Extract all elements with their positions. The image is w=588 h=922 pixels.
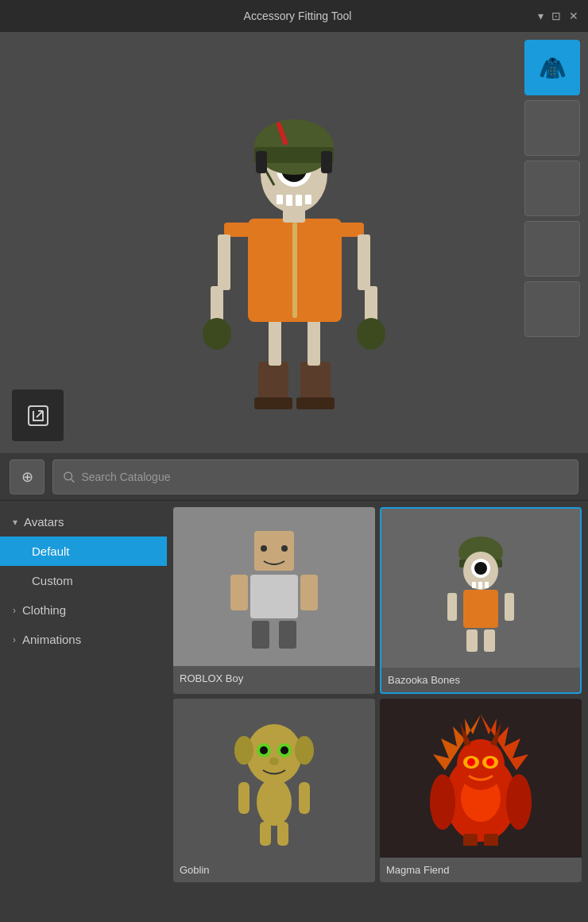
svg-rect-71 [260, 822, 271, 846]
jacket-icon: 🧥 [539, 55, 567, 81]
svg-rect-59 [484, 630, 495, 652]
svg-rect-31 [321, 151, 332, 173]
slot-4[interactable] [524, 221, 580, 277]
avatar-card-magma-fiend[interactable]: Magma Fiend [380, 699, 582, 882]
slot-panel: 🧥 [524, 40, 580, 337]
character-display [0, 32, 588, 453]
viewport: 🧥 [0, 32, 588, 453]
slot-2[interactable] [524, 100, 580, 156]
svg-rect-56 [447, 593, 457, 621]
svg-rect-43 [230, 575, 248, 610]
sidebar-clothing-label: Clothing [22, 603, 66, 617]
svg-rect-9 [292, 223, 297, 318]
sidebar-item-animations[interactable]: › Animations [0, 625, 167, 654]
svg-rect-42 [250, 575, 298, 618]
magma-fiend-label: Magma Fiend [380, 858, 582, 882]
svg-rect-57 [505, 593, 514, 621]
bazooka-bones-label: Bazooka Bones [381, 668, 580, 692]
sidebar-item-avatars[interactable]: ▾ Avatars [0, 507, 167, 537]
svg-point-62 [295, 736, 314, 765]
slot-3[interactable] [524, 161, 580, 216]
svg-point-51 [474, 562, 487, 575]
svg-point-67 [269, 757, 279, 765]
sidebar-avatars-label: Avatars [24, 515, 64, 529]
svg-rect-72 [277, 822, 288, 846]
svg-line-38 [72, 478, 75, 482]
sidebar-item-clothing[interactable]: › Clothing [0, 595, 167, 625]
avatar-card-roblox-boy[interactable]: ROBLOX Boy [173, 507, 375, 694]
svg-rect-54 [485, 582, 489, 588]
goblin-svg [226, 711, 322, 846]
avatar-card-img-roblox-boy [173, 507, 375, 666]
avatars-chevron-icon: ▾ [13, 517, 17, 528]
search-input[interactable] [81, 471, 568, 483]
slot-5[interactable] [524, 281, 580, 337]
character-svg [183, 52, 405, 433]
sidebar-item-custom[interactable]: Custom [0, 566, 167, 595]
avatar-card-img-magma-fiend [380, 699, 582, 858]
svg-point-17 [357, 318, 385, 350]
window-controls[interactable]: ▾ ⊡ ✕ [538, 10, 578, 22]
svg-rect-24 [286, 195, 292, 206]
svg-point-13 [203, 318, 231, 350]
sidebar-item-default[interactable]: Default [0, 537, 167, 566]
bazooka-bones-svg [433, 525, 528, 652]
svg-rect-52 [472, 582, 476, 588]
svg-rect-70 [299, 782, 310, 814]
minimize-icon[interactable]: ▾ [538, 10, 544, 22]
roblox-boy-label: ROBLOX Boy [173, 666, 375, 691]
svg-point-37 [64, 472, 72, 480]
plus-icon: ⊕ [21, 468, 33, 486]
app-title: Accessory Fitting Tool [57, 10, 538, 22]
titlebar: Accessory Fitting Tool ▾ ⊡ ✕ [0, 0, 588, 32]
svg-point-82 [467, 758, 475, 766]
svg-point-60 [246, 724, 302, 784]
search-icon [63, 471, 75, 483]
animations-chevron-icon: › [13, 634, 16, 645]
svg-rect-11 [218, 234, 230, 290]
roblox-boy-svg [226, 523, 322, 650]
svg-rect-86 [463, 834, 478, 846]
close-icon[interactable]: ✕ [569, 10, 578, 22]
svg-rect-3 [254, 397, 292, 409]
add-button[interactable]: ⊕ [10, 459, 44, 494]
svg-rect-4 [296, 397, 335, 409]
svg-rect-44 [300, 575, 318, 610]
sidebar-default-label: Default [32, 544, 70, 558]
avatar-grid: ROBLOX Boy [173, 507, 582, 882]
svg-rect-26 [305, 195, 311, 204]
svg-point-85 [506, 774, 532, 830]
export-button[interactable] [12, 389, 64, 441]
svg-rect-46 [279, 621, 296, 649]
svg-point-41 [281, 545, 288, 552]
svg-rect-58 [466, 630, 478, 652]
svg-rect-69 [238, 782, 250, 814]
svg-rect-23 [277, 195, 283, 204]
clothing-chevron-icon: › [13, 605, 16, 616]
svg-point-65 [260, 746, 268, 754]
svg-rect-87 [484, 834, 498, 846]
maximize-icon[interactable]: ⊡ [551, 10, 561, 22]
svg-point-40 [261, 545, 267, 552]
svg-point-68 [257, 778, 292, 826]
svg-point-66 [280, 746, 288, 754]
magma-fiend-svg [425, 711, 536, 846]
search-input-wrap[interactable] [52, 459, 578, 494]
avatar-grid-area: ROBLOX Boy [167, 501, 588, 922]
search-bar: ⊕ [0, 453, 588, 501]
svg-rect-45 [252, 621, 269, 649]
avatar-card-img-goblin [173, 699, 375, 858]
avatar-card-goblin[interactable]: Goblin [173, 699, 375, 882]
slot-1[interactable]: 🧥 [524, 40, 580, 95]
avatar-card-img-bazooka-bones [381, 509, 580, 668]
main-content: ▾ Avatars Default Custom › Clothing › An… [0, 501, 588, 922]
avatar-card-bazooka-bones[interactable]: Bazooka Bones [380, 507, 582, 694]
svg-point-61 [234, 736, 253, 765]
svg-rect-53 [478, 582, 482, 589]
svg-point-83 [486, 758, 494, 766]
sidebar: ▾ Avatars Default Custom › Clothing › An… [0, 501, 167, 922]
sidebar-animations-label: Animations [22, 633, 81, 646]
svg-rect-55 [463, 590, 498, 628]
svg-rect-25 [296, 195, 302, 206]
svg-rect-15 [358, 234, 370, 290]
